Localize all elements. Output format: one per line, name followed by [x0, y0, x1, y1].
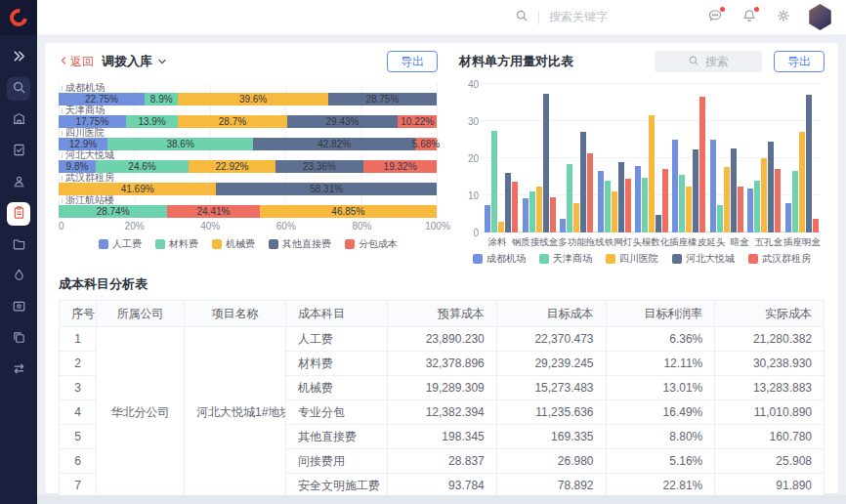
legend-item[interactable]: 其他直接费: [269, 237, 331, 251]
sidebar-item-equipment[interactable]: [7, 296, 30, 319]
bar[interactable]: [598, 171, 604, 232]
app-logo[interactable]: [0, 0, 37, 35]
bar[interactable]: [573, 203, 579, 232]
legend-swatch: [606, 254, 615, 264]
bar-segment[interactable]: 39.6%: [178, 93, 327, 105]
legend-item[interactable]: 武汉群租房: [748, 252, 811, 266]
stacked-category-row: 成都机场22.75%8.9%39.6%28.75%: [59, 83, 437, 105]
bar-segment[interactable]: 10.22%: [398, 115, 437, 128]
legend-item[interactable]: 人工费: [99, 237, 142, 251]
bar-segment[interactable]: 38.6%: [107, 138, 253, 150]
bar[interactable]: [792, 171, 798, 232]
sidebar-item-transfer[interactable]: [7, 358, 30, 382]
bar[interactable]: [605, 181, 611, 232]
bar-segment[interactable]: 58.31%: [216, 183, 437, 195]
bar-segment[interactable]: 13.9%: [126, 115, 179, 128]
bar[interactable]: [498, 222, 504, 232]
bar[interactable]: [754, 181, 760, 232]
bar[interactable]: [635, 166, 641, 232]
bar[interactable]: [699, 97, 705, 232]
bar[interactable]: [662, 169, 668, 232]
bar[interactable]: [806, 95, 812, 232]
legend-item[interactable]: 四川医院: [606, 252, 658, 266]
bar-segment[interactable]: 5.68%: [415, 138, 437, 150]
column-header: 实际成本: [715, 301, 825, 327]
sidebar-item-approvals[interactable]: [7, 140, 30, 163]
bar[interactable]: [731, 148, 737, 232]
notification-dot: [720, 7, 725, 12]
bar[interactable]: [710, 140, 716, 232]
bar[interactable]: [618, 162, 624, 232]
bar[interactable]: [724, 167, 730, 232]
sidebar-item-inventory[interactable]: [7, 202, 30, 226]
sidebar-item-search[interactable]: [7, 77, 30, 101]
bar[interactable]: [717, 205, 723, 232]
cell-budget: 32,378.896: [388, 352, 497, 376]
bar[interactable]: [799, 132, 805, 232]
bar[interactable]: [642, 178, 648, 232]
bar[interactable]: [775, 169, 781, 232]
sidebar-item-files[interactable]: [7, 233, 30, 257]
bar[interactable]: [679, 175, 685, 232]
bar[interactable]: [485, 205, 490, 233]
bar-segment[interactable]: 29.43%: [287, 115, 399, 128]
bar[interactable]: [550, 197, 556, 232]
bar[interactable]: [587, 153, 593, 232]
user-avatar[interactable]: [808, 4, 832, 30]
export-button-right[interactable]: 导出: [774, 51, 825, 72]
bar-segment[interactable]: 42.82%: [253, 138, 415, 150]
bar-segment[interactable]: 24.41%: [167, 205, 259, 218]
bar[interactable]: [491, 131, 497, 233]
back-button[interactable]: 返回: [59, 54, 94, 70]
legend-item[interactable]: 材料费: [155, 237, 198, 251]
sidebar-item-company[interactable]: [7, 108, 30, 132]
bar-segment[interactable]: 46.85%: [260, 205, 437, 218]
bar[interactable]: [768, 142, 774, 232]
bar[interactable]: [738, 187, 743, 233]
bar[interactable]: [747, 189, 753, 232]
sidebar-item-materials[interactable]: [7, 265, 30, 288]
legend-item[interactable]: 分包成本: [345, 237, 398, 251]
bar[interactable]: [523, 198, 529, 232]
bar[interactable]: [580, 132, 586, 232]
bar[interactable]: [672, 140, 678, 232]
bar[interactable]: [505, 173, 511, 232]
messages-button[interactable]: [702, 5, 728, 30]
bar-segment[interactable]: 22.92%: [189, 160, 275, 173]
bar[interactable]: [693, 149, 698, 233]
bar[interactable]: [625, 179, 631, 232]
bar[interactable]: [529, 191, 535, 232]
bar[interactable]: [649, 115, 655, 232]
bar[interactable]: [560, 219, 566, 232]
bar[interactable]: [785, 203, 791, 232]
sidebar-item-expand-menu[interactable]: [7, 46, 30, 69]
page-title-dropdown[interactable]: 调拨入库: [102, 53, 167, 70]
y-tick-label: 10: [461, 190, 479, 201]
bar[interactable]: [536, 187, 542, 233]
global-search-input[interactable]: 搜索关键字: [515, 9, 664, 26]
bar[interactable]: [512, 182, 518, 232]
bar-segment[interactable]: 28.7%: [178, 115, 286, 128]
bar-segment[interactable]: 23.36%: [275, 160, 363, 173]
bar[interactable]: [813, 219, 819, 232]
sidebar-item-documents[interactable]: [7, 327, 30, 351]
sidebar-item-members[interactable]: [7, 171, 30, 194]
legend-item[interactable]: 机械费: [212, 237, 255, 251]
chart-search-input[interactable]: 搜索: [655, 51, 762, 72]
bar[interactable]: [761, 158, 767, 232]
legend-item[interactable]: 河北大悦城: [672, 252, 735, 266]
bar[interactable]: [686, 187, 692, 232]
settings-button[interactable]: [771, 5, 796, 30]
bar[interactable]: [612, 191, 617, 232]
bar[interactable]: [656, 215, 661, 232]
notifications-button[interactable]: [737, 5, 762, 30]
bar-segment[interactable]: 28.75%: [328, 93, 437, 105]
export-button-left[interactable]: 导出: [387, 51, 438, 72]
bar-segment[interactable]: 8.9%: [145, 93, 178, 105]
legend-item[interactable]: 天津商场: [539, 252, 592, 266]
bar-segment[interactable]: 28.74%: [59, 205, 167, 218]
legend-item[interactable]: 成都机场: [473, 252, 526, 266]
bar[interactable]: [543, 94, 549, 232]
bar-segment[interactable]: 19.32%: [363, 160, 437, 173]
bar[interactable]: [567, 164, 572, 232]
